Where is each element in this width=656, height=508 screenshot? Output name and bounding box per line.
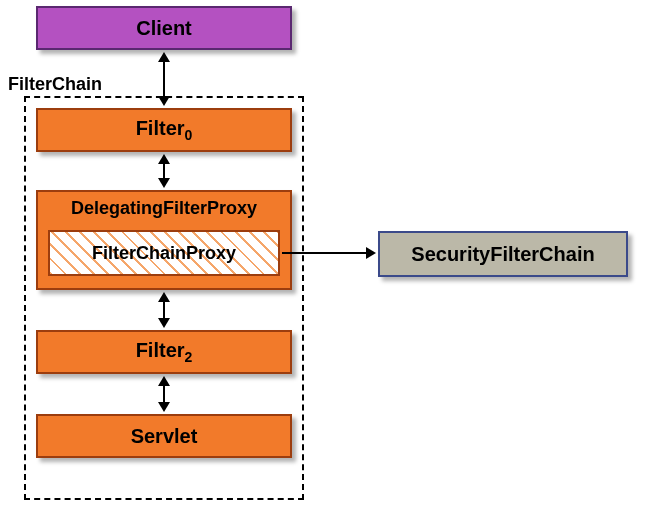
filter2-label: Filter2 bbox=[136, 339, 193, 365]
filter2-box: Filter2 bbox=[36, 330, 292, 374]
filter0-label: Filter0 bbox=[136, 117, 193, 143]
filterchainproxy-label: FilterChainProxy bbox=[92, 243, 236, 264]
filter0-box: Filter0 bbox=[36, 108, 292, 152]
arrow-filter0-delegating bbox=[163, 162, 165, 180]
servlet-box: Servlet bbox=[36, 414, 292, 458]
client-box: Client bbox=[36, 6, 292, 50]
securityfilterchain-box: SecurityFilterChain bbox=[378, 231, 628, 277]
filterchainproxy-box: FilterChainProxy bbox=[48, 230, 280, 276]
client-label: Client bbox=[136, 17, 192, 40]
arrow-client-filter0 bbox=[163, 60, 165, 98]
securityfilterchain-label: SecurityFilterChain bbox=[411, 243, 594, 266]
arrow-proxy-security bbox=[282, 252, 368, 254]
delegating-label: DelegatingFilterProxy bbox=[71, 198, 257, 218]
arrow-filter2-servlet bbox=[163, 384, 165, 404]
filterchain-label: FilterChain bbox=[8, 74, 102, 95]
servlet-label: Servlet bbox=[131, 425, 198, 448]
arrow-delegating-filter2 bbox=[163, 300, 165, 320]
